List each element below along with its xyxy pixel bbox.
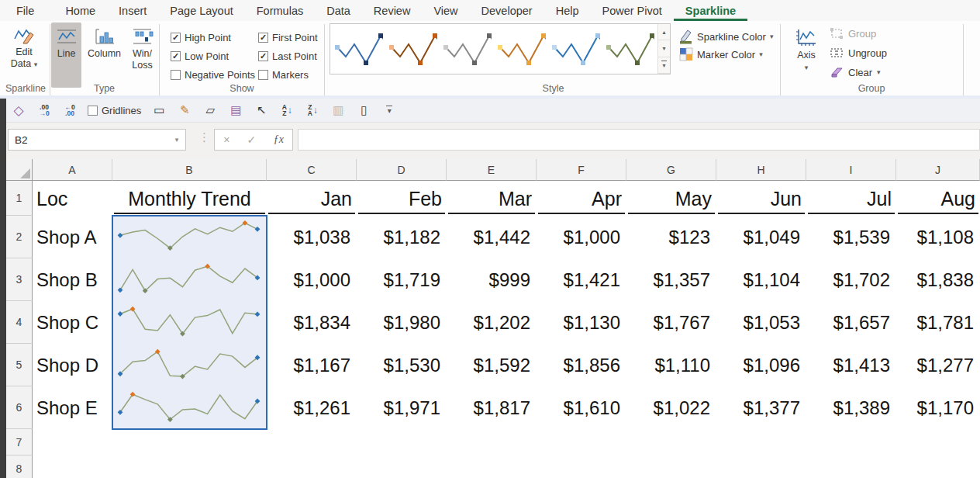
style-5[interactable] xyxy=(547,24,602,74)
tab-help[interactable]: Help xyxy=(544,0,591,21)
spreadsheet-grid[interactable]: ABCDEFGHIJ 12345678 LocMonthly TrendJanF… xyxy=(6,159,980,478)
header-cell-loc[interactable]: Loc xyxy=(33,181,112,216)
more-commands-icon[interactable]: ▾ xyxy=(381,106,397,115)
edit-data-button[interactable]: Edit Data ▾ xyxy=(2,21,47,86)
column-header-e[interactable]: E xyxy=(447,159,537,181)
value-cell[interactable]: $1,357 xyxy=(626,258,716,301)
value-cell[interactable]: $1,702 xyxy=(806,258,896,301)
header-cell-may[interactable]: May xyxy=(626,181,716,216)
tab-formulas[interactable]: Formulas xyxy=(245,0,315,21)
cancel-icon[interactable]: × xyxy=(223,133,229,146)
column-header-a[interactable]: A xyxy=(33,159,112,181)
row-header-4[interactable]: 4 xyxy=(6,301,33,344)
tab-file[interactable]: File xyxy=(5,0,46,21)
insert-function-icon[interactable]: ƒx xyxy=(274,133,284,146)
row-header-6[interactable]: 6 xyxy=(6,386,33,429)
table-row-empty[interactable] xyxy=(33,429,980,455)
decrease-decimal-icon[interactable]: ←0.00 xyxy=(62,104,78,116)
winloss-button[interactable]: Win/Loss xyxy=(127,23,157,88)
style-3[interactable] xyxy=(439,24,493,74)
value-cell[interactable]: $1,980 xyxy=(357,301,447,344)
tab-data[interactable]: Data xyxy=(315,0,362,21)
value-cell[interactable]: $1,592 xyxy=(447,344,537,386)
sparkline-color-button[interactable]: Sparkline Color ▾ xyxy=(679,29,773,44)
value-cell[interactable]: $1,838 xyxy=(896,258,980,301)
value-cell[interactable]: $1,202 xyxy=(447,301,537,344)
column-header-j[interactable]: J xyxy=(896,159,980,181)
header-cell-jan[interactable]: Jan xyxy=(267,181,357,216)
value-cell[interactable]: $1,130 xyxy=(537,301,626,344)
value-cell[interactable]: $1,389 xyxy=(806,386,896,429)
tab-view[interactable]: View xyxy=(422,0,469,21)
table-row-empty[interactable] xyxy=(33,455,980,478)
ungroup-button[interactable]: Ungroup xyxy=(830,47,887,59)
marker-color-button[interactable]: Marker Color ▾ xyxy=(679,47,763,61)
sparkline-cell[interactable] xyxy=(112,386,267,429)
checkbox-negative-points[interactable]: Negative Points xyxy=(171,65,258,84)
name-box-dropdown-icon[interactable]: ▾ xyxy=(168,136,185,144)
name-box[interactable]: B2 ▾ xyxy=(8,129,186,151)
header-cell-jul[interactable]: Jul xyxy=(806,181,896,216)
book-icon[interactable]: ▥ xyxy=(330,103,346,117)
cells-area[interactable]: LocMonthly TrendJanFebMarAprMayJunJulAug… xyxy=(33,181,980,478)
format-painter-icon[interactable]: ✎ xyxy=(177,103,192,117)
value-cell[interactable]: $1,413 xyxy=(806,344,896,386)
shop-label-cell[interactable]: Shop E xyxy=(33,386,112,429)
header-cell-monthly-trend[interactable]: Monthly Trend xyxy=(112,181,267,216)
shop-label-cell[interactable]: Shop A xyxy=(33,216,112,258)
value-cell[interactable]: $1,657 xyxy=(806,301,896,344)
axis-button[interactable]: Axis ▾ xyxy=(788,23,825,88)
value-cell[interactable]: $1,781 xyxy=(896,301,980,344)
line-button[interactable]: Line xyxy=(51,23,81,88)
column-header-b[interactable]: B xyxy=(112,159,267,181)
value-cell[interactable]: $1,377 xyxy=(716,386,806,429)
checkbox-last-point[interactable]: ✓Last Point xyxy=(258,47,330,65)
header-cell-jun[interactable]: Jun xyxy=(716,181,806,216)
value-cell[interactable]: $1,442 xyxy=(447,216,537,258)
row-header-8[interactable]: 8 xyxy=(6,455,33,478)
style-scroll-down-icon[interactable]: ▾ xyxy=(658,40,670,57)
tab-power-pivot[interactable]: Power Pivot xyxy=(590,0,673,21)
value-cell[interactable]: $1,053 xyxy=(716,301,806,344)
new-file-icon[interactable]: ▯ xyxy=(356,103,371,117)
row-header-2[interactable]: 2 xyxy=(6,216,33,258)
value-cell[interactable]: $1,104 xyxy=(716,258,806,301)
checkbox-first-point[interactable]: ✓First Point xyxy=(258,28,330,47)
column-button[interactable]: Column xyxy=(84,23,125,88)
open-folder-icon[interactable]: ▱ xyxy=(202,103,218,117)
sparkline-cell[interactable] xyxy=(112,216,267,258)
shop-label-cell[interactable]: Shop B xyxy=(33,258,112,301)
value-cell[interactable]: $1,817 xyxy=(447,386,537,429)
tab-insert[interactable]: Insert xyxy=(107,0,158,21)
header-cell-apr[interactable]: Apr xyxy=(537,181,626,216)
shop-label-cell[interactable]: Shop D xyxy=(33,344,112,386)
eraser-icon[interactable]: ◇ xyxy=(11,102,26,119)
header-cell-aug[interactable]: Aug xyxy=(896,181,980,216)
sparkline-cell[interactable] xyxy=(112,301,267,344)
value-cell[interactable]: $123 xyxy=(626,216,716,258)
header-cell-feb[interactable]: Feb xyxy=(357,181,447,216)
tab-home[interactable]: Home xyxy=(53,0,107,21)
style-more-icon[interactable]: ▾ xyxy=(658,57,670,74)
column-header-d[interactable]: D xyxy=(357,159,447,181)
value-cell[interactable]: $1,530 xyxy=(357,344,447,386)
value-cell[interactable]: $1,000 xyxy=(267,258,357,301)
row-header-1[interactable]: 1 xyxy=(6,181,33,216)
enter-icon[interactable]: ✓ xyxy=(247,133,257,146)
value-cell[interactable]: $999 xyxy=(447,258,537,301)
value-cell[interactable]: $1,022 xyxy=(626,386,716,429)
style-scroll-up-icon[interactable]: ▴ xyxy=(658,24,670,40)
value-cell[interactable]: $1,108 xyxy=(896,216,980,258)
header-cell-mar[interactable]: Mar xyxy=(447,181,537,216)
sort-za-icon[interactable]: ZA↓ xyxy=(305,104,320,116)
column-header-f[interactable]: F xyxy=(537,159,626,181)
row-header-3[interactable]: 3 xyxy=(6,258,33,301)
gridlines-checkbox[interactable]: Gridlines xyxy=(88,105,141,116)
value-cell[interactable]: $1,971 xyxy=(357,386,447,429)
save-icon[interactable]: ▤ xyxy=(228,103,243,117)
value-cell[interactable]: $1,767 xyxy=(626,301,716,344)
value-cell[interactable]: $1,170 xyxy=(896,386,980,429)
style-1[interactable] xyxy=(330,24,385,74)
checkbox-markers[interactable]: Markers xyxy=(258,65,330,84)
value-cell[interactable]: $1,038 xyxy=(267,216,357,258)
